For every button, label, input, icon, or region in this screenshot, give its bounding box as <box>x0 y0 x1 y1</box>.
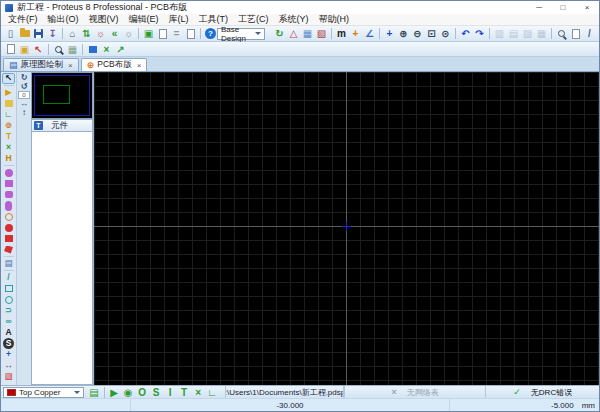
metric-icon[interactable]: m <box>335 27 348 40</box>
via-tool-icon[interactable]: ⊚ <box>2 120 15 131</box>
undo-icon[interactable]: ↶ <box>459 27 472 40</box>
route-star-icon[interactable]: × <box>192 386 205 398</box>
zone-tool-icon[interactable]: ▨ <box>2 371 15 382</box>
import-icon[interactable]: ↧ <box>46 27 59 40</box>
double-left-arrow-icon[interactable]: « <box>108 27 121 40</box>
route-corner-icon[interactable]: ∟ <box>206 386 219 398</box>
smt-polygon-pad-tool-icon[interactable] <box>2 244 15 255</box>
tab-close-icon[interactable]: × <box>66 61 73 70</box>
route-arrow-icon[interactable]: ▶ <box>108 386 121 398</box>
box-tool-icon[interactable] <box>2 283 15 294</box>
save-icon[interactable] <box>32 27 45 40</box>
angle-icon[interactable]: ∠ <box>363 27 376 40</box>
cursor-cross-icon[interactable]: + <box>383 27 396 40</box>
smt-square-pad-tool-icon[interactable] <box>2 233 15 244</box>
page-arrow-icon[interactable] <box>156 27 169 40</box>
ratsnest-refresh-icon[interactable]: × <box>100 43 113 56</box>
probe-icon[interactable]: / <box>583 27 596 40</box>
new-project-icon[interactable]: ▯ <box>4 27 17 40</box>
package-tool-icon[interactable] <box>2 98 15 109</box>
mirror-horizontal-button[interactable]: ↔ <box>18 99 30 108</box>
board-overview-panel[interactable] <box>31 72 93 119</box>
menu-file[interactable]: 文件(F) <box>3 13 43 26</box>
search-icon[interactable] <box>555 27 568 40</box>
open-folder-icon[interactable] <box>18 27 31 40</box>
route-t-icon[interactable]: T <box>178 386 191 398</box>
rotation-angle-input[interactable] <box>18 91 30 99</box>
dimension-tool-icon[interactable]: ↔ <box>2 360 15 371</box>
tab-schematic-capture[interactable]: ▤ 原理图绘制 × <box>3 58 79 71</box>
component-list[interactable] <box>31 132 93 385</box>
document-icon[interactable] <box>184 27 197 40</box>
design-explorer-icon[interactable] <box>4 43 17 56</box>
pin-tool-icon[interactable]: T <box>2 131 15 142</box>
path-tool-icon[interactable]: ∞ <box>2 316 15 327</box>
sheet-refresh-icon[interactable]: ↻ <box>273 27 286 40</box>
tab-close-icon[interactable]: × <box>135 61 142 70</box>
symbol-tool-icon[interactable]: S <box>2 338 15 349</box>
find-icon[interactable] <box>52 43 65 56</box>
close-button[interactable]: × <box>575 1 599 14</box>
maximize-button[interactable]: □ <box>551 1 575 14</box>
route-curve-icon[interactable]: S <box>150 386 163 398</box>
smt-circle-pad-tool-icon[interactable] <box>2 222 15 233</box>
component-tool-icon[interactable]: ▶ <box>2 87 15 98</box>
rotate-clockwise-button[interactable]: ↻ <box>18 73 30 82</box>
route-loop-icon[interactable]: O <box>136 386 149 398</box>
menu-edit[interactable]: 编辑(E) <box>124 13 164 26</box>
redo-icon[interactable]: ↷ <box>473 27 486 40</box>
pcb-canvas[interactable] <box>94 72 599 385</box>
zoom-all-icon[interactable]: ⊙ <box>439 27 452 40</box>
grid-icon[interactable]: ▦ <box>301 27 314 40</box>
clipboard-icon[interactable] <box>569 27 582 40</box>
horizontal-bars-icon[interactable]: = <box>170 27 183 40</box>
ratsnest-tool-icon[interactable]: × <box>2 142 15 153</box>
origin-icon[interactable]: + <box>349 27 362 40</box>
new-page-icon[interactable]: ▣ <box>18 43 31 56</box>
sync-arrows-icon[interactable]: ⇅ <box>80 27 93 40</box>
track-tool-icon[interactable]: ∟ <box>2 109 15 120</box>
menu-system[interactable]: 系统(Y) <box>274 13 314 26</box>
red-pointer-icon[interactable]: ↖ <box>32 43 45 56</box>
dil-pad-tool-icon[interactable] <box>2 189 15 200</box>
pick-toggle-button[interactable]: T <box>34 121 43 130</box>
route-pad-icon[interactable]: ◉ <box>122 386 135 398</box>
circle-tool-icon[interactable] <box>2 294 15 305</box>
marker-tool-icon[interactable]: + <box>2 349 15 360</box>
arc-tool-icon[interactable]: ⊃ <box>2 305 15 316</box>
goto-icon[interactable]: ▦ <box>66 43 79 56</box>
open-design-icon[interactable]: ▣ <box>142 27 155 40</box>
graph-icon[interactable]: ↗ <box>114 43 127 56</box>
smt-ring-pad-tool-icon[interactable] <box>2 211 15 222</box>
tab-pcb-layout[interactable]: ⊕ PCB布版 × <box>81 58 148 71</box>
menu-library[interactable]: 库(L) <box>164 13 194 26</box>
zoom-in-icon[interactable]: ⊕ <box>397 27 410 40</box>
line-tool-icon[interactable]: / <box>2 272 15 283</box>
menu-output[interactable]: 输出(O) <box>43 13 84 26</box>
padstack-tool-icon[interactable]: ▤ <box>2 258 15 269</box>
set-square-icon[interactable]: △ <box>287 27 300 40</box>
home-icon[interactable]: ⌂ <box>66 27 79 40</box>
text-tool-icon[interactable]: A <box>2 327 15 338</box>
layers-stack-icon[interactable]: ▤ <box>88 386 101 398</box>
design-selector[interactable]: Base Design <box>217 28 265 40</box>
gear-red-icon[interactable]: ☼ <box>94 27 107 40</box>
edge-pad-tool-icon[interactable] <box>2 200 15 211</box>
route-i-icon[interactable]: I <box>164 386 177 398</box>
menu-view[interactable]: 视图(V) <box>84 13 124 26</box>
gear-gray-icon[interactable]: ☼ <box>122 27 135 40</box>
selection-tool-icon[interactable]: ↖ <box>2 73 15 84</box>
round-pad-tool-icon[interactable] <box>2 167 15 178</box>
highlight-tool-icon[interactable]: H <box>2 153 15 164</box>
minimize-button[interactable]: ─ <box>527 1 551 14</box>
zoom-out-icon[interactable]: ⊖ <box>411 27 424 40</box>
zoom-area-icon[interactable]: ⊡ <box>425 27 438 40</box>
square-pad-tool-icon[interactable] <box>2 178 15 189</box>
layers-icon[interactable]: ▧ <box>315 27 328 40</box>
rotate-anticlockwise-button[interactable]: ↺ <box>18 82 30 91</box>
layer-swap-icon[interactable] <box>86 43 99 56</box>
mirror-vertical-button[interactable]: ↕ <box>18 108 30 117</box>
layer-selector[interactable]: Top Copper <box>3 387 84 398</box>
help-icon[interactable]: ? <box>204 27 217 40</box>
menu-help[interactable]: 帮助(H) <box>314 13 355 26</box>
